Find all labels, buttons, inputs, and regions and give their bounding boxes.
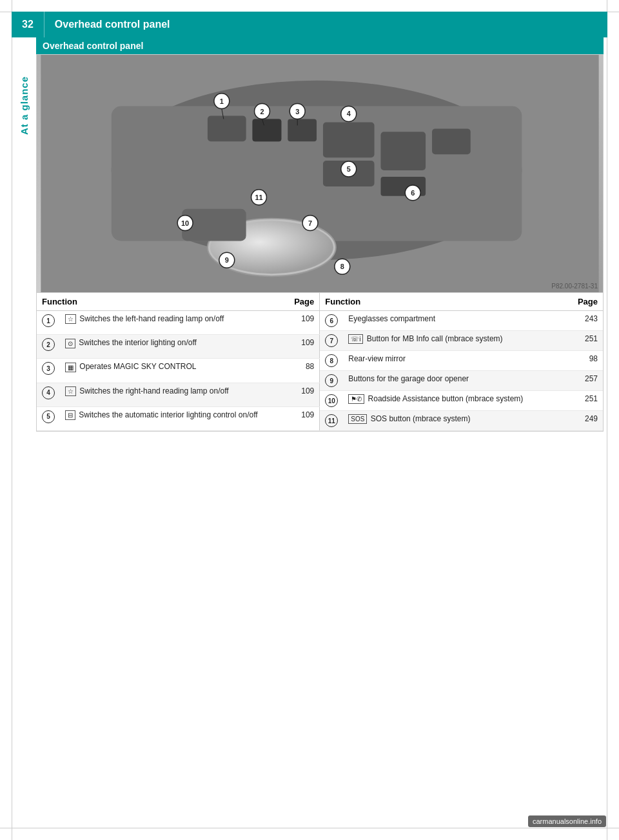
mb-info-call-icon: ☏i <box>348 334 363 344</box>
diagram-image: 1 2 3 4 5 6 <box>36 54 604 293</box>
sos-button-icon: SOS <box>348 414 367 424</box>
row-page: 251 <box>573 331 603 351</box>
svg-text:4: 4 <box>347 110 351 117</box>
row-description: ☆ Switches the left-hand reading lamp on… <box>60 311 289 335</box>
table-right: Function Page 6 Eyeglasses compartment 2… <box>320 293 603 431</box>
row-page: 109 <box>289 383 320 406</box>
main-content: Overhead control panel <box>36 37 604 825</box>
row-page: 109 <box>289 311 320 335</box>
header-bar: 32 Overhead control panel <box>12 12 607 37</box>
row-num: 8 <box>320 351 343 371</box>
svg-text:8: 8 <box>340 263 344 270</box>
svg-rect-8 <box>380 132 426 170</box>
diagram-svg: 1 2 3 4 5 6 <box>37 55 603 292</box>
sidebar-label: At a glance <box>12 37 36 828</box>
row-page: 257 <box>573 371 603 391</box>
table-row: 3 ▦ Operates MAGIC SKY CONTROL 88 <box>37 359 320 383</box>
page-border-bottom <box>0 828 619 828</box>
section-heading: Overhead control panel <box>36 37 604 54</box>
table-right-function-header: Function <box>320 293 573 311</box>
row-num: 7 <box>320 331 343 351</box>
svg-text:2: 2 <box>260 108 264 115</box>
page-number: 32 <box>12 12 44 37</box>
row-description: ▦ Operates MAGIC SKY CONTROL <box>60 359 289 383</box>
row-description: ⊟ Switches the automatic interior lighti… <box>60 406 289 430</box>
table-row: 4 ☆ Switches the right-hand reading lamp… <box>37 383 320 406</box>
roadside-assistance-icon: ⚑✆ <box>348 394 364 404</box>
svg-text:3: 3 <box>295 108 299 115</box>
diagram-background: 1 2 3 4 5 6 <box>37 55 603 292</box>
row-page: 109 <box>289 335 320 359</box>
svg-text:7: 7 <box>308 219 312 227</box>
photo-credit: P82.00-2781-31 <box>551 283 598 290</box>
svg-text:6: 6 <box>411 189 415 197</box>
svg-text:1: 1 <box>220 97 224 105</box>
row-page: 249 <box>573 411 603 431</box>
row-description: ☆ Switches the right-hand reading lamp o… <box>60 383 289 406</box>
reading-lamp-left-icon: ☆ <box>65 314 76 324</box>
row-num: 9 <box>320 371 343 391</box>
row-num: 3 <box>37 359 60 383</box>
row-num: 5 <box>37 406 60 430</box>
table-row: 8 Rear-view mirror 98 <box>320 351 603 371</box>
svg-text:9: 9 <box>225 256 229 264</box>
table-row: 10 ⚑✆ Roadside Assistance button (mbrace… <box>320 391 603 411</box>
table-row: 6 Eyeglasses compartment 243 <box>320 311 603 331</box>
table-left: Function Page 1 ☆ Switches the left-hand… <box>37 293 320 431</box>
page-border-right <box>607 0 607 840</box>
row-description: ⚑✆ Roadside Assistance button (mbrace sy… <box>343 391 573 411</box>
row-description: Eyeglasses compartment <box>343 311 573 331</box>
svg-text:11: 11 <box>255 194 262 201</box>
magic-sky-icon: ▦ <box>65 363 76 372</box>
row-page: 88 <box>289 359 320 383</box>
row-description: SOS SOS button (mbrace system) <box>343 411 573 431</box>
header-title: Overhead control panel <box>44 19 181 30</box>
table-row: 1 ☆ Switches the left-hand reading lamp … <box>37 311 320 335</box>
tables-container: Function Page 1 ☆ Switches the left-hand… <box>36 293 604 432</box>
row-page: 109 <box>289 406 320 430</box>
row-page: 98 <box>573 351 603 371</box>
table-row: 11 SOS SOS button (mbrace system) 249 <box>320 411 603 431</box>
row-num: 1 <box>37 311 60 335</box>
svg-rect-3 <box>208 115 246 141</box>
row-num: 4 <box>37 383 60 406</box>
svg-rect-6 <box>323 122 375 157</box>
row-description: ⊙ Switches the interior lighting on/off <box>60 335 289 359</box>
table-row: 9 Buttons for the garage door opener 257 <box>320 371 603 391</box>
sidebar-label-text: At a glance <box>19 76 30 135</box>
svg-rect-5 <box>288 119 317 141</box>
svg-rect-11 <box>253 119 282 141</box>
row-num: 2 <box>37 335 60 359</box>
svg-text:10: 10 <box>181 219 189 227</box>
row-num: 10 <box>320 391 343 411</box>
reading-lamp-right-icon: ☆ <box>65 386 76 396</box>
table-left-function-header: Function <box>37 293 289 311</box>
row-description: ☏i Button for MB Info call (mbrace syste… <box>343 331 573 351</box>
auto-lighting-icon: ⊟ <box>65 410 75 420</box>
table-row: 5 ⊟ Switches the automatic interior ligh… <box>37 406 320 430</box>
row-num: 11 <box>320 411 343 431</box>
row-description: Rear-view mirror <box>343 351 573 371</box>
interior-light-icon: ⊙ <box>65 339 75 348</box>
table-right-page-header: Page <box>573 293 603 311</box>
svg-text:5: 5 <box>347 165 351 173</box>
svg-rect-10 <box>432 128 471 154</box>
watermark: carmanualsonline.info <box>528 815 606 827</box>
table-row: 7 ☏i Button for MB Info call (mbrace sys… <box>320 331 603 351</box>
row-page: 243 <box>573 311 603 331</box>
table-row: 2 ⊙ Switches the interior lighting on/of… <box>37 335 320 359</box>
table-left-page-header: Page <box>289 293 320 311</box>
row-page: 251 <box>573 391 603 411</box>
row-num: 6 <box>320 311 343 331</box>
row-description: Buttons for the garage door opener <box>343 371 573 391</box>
